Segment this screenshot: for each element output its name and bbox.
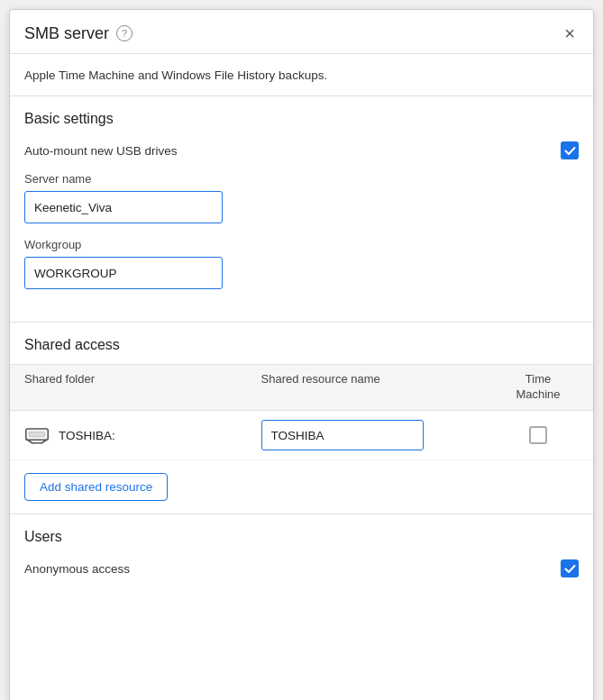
basic-settings-section: Basic settings Auto-mount new USB drives… — [10, 96, 593, 322]
resource-name-input[interactable] — [261, 420, 424, 450]
smb-server-dialog: SMB server ? × Apple Time Machine and Wi… — [9, 9, 594, 700]
col-header-folder: Shared folder — [24, 372, 261, 403]
basic-settings-title: Basic settings — [24, 111, 579, 127]
folder-cell: TOSHIBA: — [24, 425, 261, 445]
table-row: TOSHIBA: — [10, 411, 593, 460]
dialog-title: SMB server ? — [24, 24, 132, 43]
drive-icon — [24, 425, 50, 445]
anonymous-access-row: Anonymous access — [24, 559, 579, 577]
table-header: Shared folder Shared resource name TimeM… — [10, 364, 593, 411]
anonymous-access-checkbox[interactable] — [561, 559, 579, 577]
time-machine-cell — [498, 426, 579, 444]
time-machine-checkbox[interactable] — [529, 426, 547, 444]
col-header-time-machine: TimeMachine — [498, 372, 579, 403]
users-title: Users — [24, 529, 579, 545]
server-name-input[interactable] — [24, 191, 223, 223]
add-shared-resource-button[interactable]: Add shared resource — [24, 473, 168, 501]
auto-mount-label: Auto-mount new USB drives — [24, 144, 561, 158]
help-icon[interactable]: ? — [116, 25, 132, 41]
auto-mount-row: Auto-mount new USB drives — [24, 141, 579, 159]
workgroup-input[interactable] — [24, 257, 223, 289]
resource-name-cell — [261, 420, 498, 450]
shared-access-section: Shared access Shared folder Shared resou… — [10, 323, 593, 514]
intro-text: Apple Time Machine and Windows File Hist… — [10, 54, 593, 95]
workgroup-group: Workgroup — [24, 238, 579, 289]
auto-mount-checkbox[interactable] — [561, 141, 579, 159]
col-header-resource: Shared resource name — [261, 372, 498, 403]
users-section: Users Anonymous access — [10, 514, 593, 592]
shared-access-title: Shared access — [10, 337, 593, 364]
server-name-label: Server name — [24, 172, 579, 186]
server-name-group: Server name — [24, 172, 579, 223]
dialog-body: Apple Time Machine and Windows File Hist… — [10, 54, 593, 592]
folder-name: TOSHIBA: — [59, 429, 115, 442]
close-button[interactable]: × — [561, 23, 579, 44]
dialog-header: SMB server ? × — [10, 10, 593, 54]
dialog-title-text: SMB server — [24, 24, 109, 43]
anonymous-access-label: Anonymous access — [24, 562, 561, 576]
svg-rect-1 — [29, 432, 45, 437]
add-resource-btn-wrapper: Add shared resource — [10, 460, 593, 514]
workgroup-label: Workgroup — [24, 238, 579, 251]
